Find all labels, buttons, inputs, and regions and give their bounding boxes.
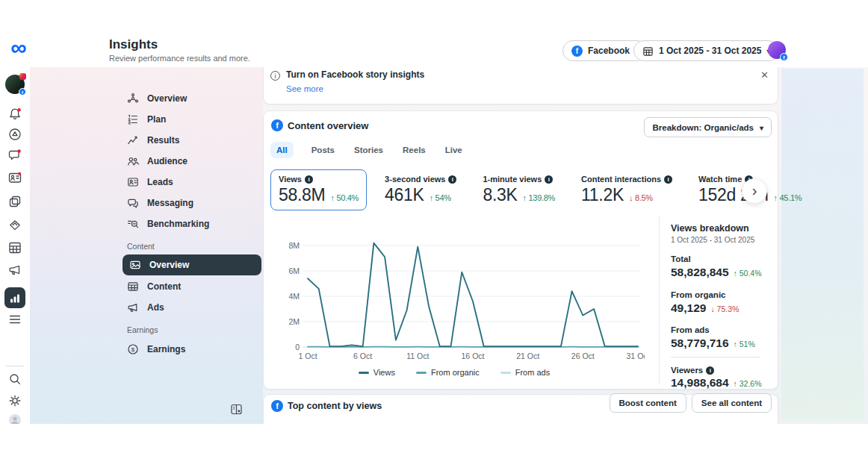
notifications-bell-icon[interactable] <box>7 107 22 125</box>
svg-text:6 Oct: 6 Oct <box>353 351 372 360</box>
section-title: Top content by views <box>288 401 382 411</box>
metric-value: 58.8M <box>279 185 325 205</box>
sidebar-item-leads[interactable]: Leads <box>127 174 173 190</box>
sidebar-item-content-overview-selected[interactable]: Overview <box>123 254 261 275</box>
sidebar-item-results[interactable]: Results <box>127 132 179 149</box>
svg-text:11 Oct: 11 Oct <box>406 351 429 360</box>
rail-divider <box>6 366 24 366</box>
story-insights-banner: Turn on Facebook story insights See more <box>263 67 778 104</box>
svg-text:4M: 4M <box>288 292 300 301</box>
viewers-label: Viewers <box>671 366 714 375</box>
facebook-icon <box>271 119 283 131</box>
close-icon[interactable] <box>760 69 769 81</box>
platform-selector-label: Facebook <box>588 46 630 56</box>
leads-card-icon[interactable] <box>7 170 22 188</box>
top-content-actions: Boost content See all content <box>610 393 772 413</box>
content-type-tabs: All Posts Stories Reels Live <box>270 142 464 158</box>
metric-card-3-second-views[interactable]: 3-second views 461K↑ 54% <box>376 169 465 210</box>
account-icon[interactable] <box>7 413 22 424</box>
tab-reels[interactable]: Reels <box>401 142 427 158</box>
sidebar-item-audience[interactable]: Audience <box>127 153 187 169</box>
inbox-chat-icon[interactable] <box>7 148 22 166</box>
settings-gear-icon[interactable] <box>7 393 22 411</box>
svg-text:2M: 2M <box>288 317 300 326</box>
viewers-change: ↑ 32.6% <box>734 379 762 388</box>
sidebar-section-content: Content <box>127 242 155 251</box>
benchmarking-icon <box>127 218 139 230</box>
legend-label: From organic <box>431 368 480 377</box>
all-tools-menu-icon[interactable] <box>7 312 22 330</box>
messaging-icon <box>127 197 139 209</box>
sidebar-item-overview[interactable]: Overview <box>127 90 187 107</box>
views-line-chart[interactable]: 02M4M6M8M1 Oct6 Oct11 Oct16 Oct21 Oct26 … <box>277 237 645 362</box>
metric-card-1-minute-views[interactable]: 1-minute views 8.3K↑ 139.8% <box>474 169 563 210</box>
breakdown-row-label: From ads <box>671 325 710 334</box>
collapse-sidebar-icon[interactable] <box>230 403 243 419</box>
tab-stories[interactable]: Stories <box>353 142 385 158</box>
svg-text:16 Oct: 16 Oct <box>462 351 485 360</box>
tab-all[interactable]: All <box>270 142 294 158</box>
insights-chart-icon-active[interactable] <box>4 287 25 308</box>
page-title: Insights <box>109 37 158 52</box>
sidebar-item-benchmarking[interactable]: Benchmarking <box>127 216 209 232</box>
boost-content-button[interactable]: Boost content <box>610 393 686 413</box>
legend-item[interactable]: From organic <box>416 368 480 377</box>
breakdown-row-value: 58,779,716↑ 51% <box>671 337 755 350</box>
breakdown-row-change: ↓ 75.3% <box>710 304 739 313</box>
earnings-dollar-icon: $ <box>127 343 139 355</box>
facebook-icon <box>271 400 283 412</box>
svg-text:31 Oct: 31 Oct <box>627 351 645 360</box>
svg-text:8M: 8M <box>288 241 300 250</box>
sidebar-item-plan[interactable]: Plan <box>127 111 166 128</box>
metric-change: ↑ 54% <box>430 193 451 202</box>
breakdown-row-value: 49,129↓ 75.3% <box>671 301 739 315</box>
tab-live[interactable]: Live <box>444 142 464 158</box>
legend-swatch <box>359 372 369 374</box>
metric-card-content-interactions[interactable]: Content interactions 11.2K↓ 8.5% <box>573 169 681 210</box>
content-stack-icon[interactable] <box>7 194 22 212</box>
planner-grid-icon[interactable] <box>7 240 22 258</box>
page-profile-avatar[interactable] <box>5 75 25 94</box>
content-overview-icon <box>129 259 141 271</box>
sidebar-item-ads[interactable]: Ads <box>127 299 164 316</box>
svg-text:0: 0 <box>295 343 300 351</box>
svg-text:6M: 6M <box>288 266 300 275</box>
see-more-link[interactable]: See more <box>286 84 323 93</box>
metric-change: ↑ 50.4% <box>330 193 359 202</box>
monetization-icon[interactable] <box>7 218 22 236</box>
leads-icon <box>127 176 139 188</box>
legend-item[interactable]: From ads <box>500 368 550 377</box>
boost-circle-icon[interactable] <box>7 127 22 145</box>
banner-title: Turn on Facebook story insights <box>286 69 424 80</box>
metric-change: ↓ 8.5% <box>629 193 653 202</box>
user-avatar[interactable] <box>768 41 786 59</box>
breakdown-row-change: ↑ 51% <box>734 340 755 349</box>
see-all-content-button[interactable]: See all content <box>692 393 772 413</box>
top-content-card: Top content by views Boost content See a… <box>263 394 778 424</box>
search-icon[interactable] <box>7 372 22 390</box>
breakdown-row-value: 58,828,845↑ 50.4% <box>671 266 762 279</box>
section-title: Content overview <box>288 120 368 131</box>
ads-megaphone-icon[interactable] <box>7 263 22 281</box>
info-icon[interactable] <box>545 175 553 184</box>
tab-posts[interactable]: Posts <box>310 142 336 158</box>
metric-card-views[interactable]: Views 58.8M↑ 50.4% <box>270 169 367 210</box>
svg-text:1 Oct: 1 Oct <box>298 351 317 360</box>
date-range-selector[interactable]: 1 Oct 2025 - 31 Oct 2025 <box>633 40 779 61</box>
legend-item[interactable]: Views <box>359 368 395 377</box>
sidebar-item-earnings[interactable]: $Earnings <box>127 341 185 357</box>
panel-title: Views breakdown <box>671 223 749 234</box>
info-icon[interactable] <box>305 175 313 184</box>
sidebar-section-earnings: Earnings <box>127 325 158 334</box>
panel-date-range: 1 Oct 2025 - 31 Oct 2025 <box>671 236 754 244</box>
sidebar-item-messaging[interactable]: Messaging <box>127 195 193 211</box>
meta-logo-icon[interactable] <box>6 34 31 61</box>
sidebar-item-content[interactable]: Content <box>127 278 181 295</box>
ads-megaphone-icon <box>127 301 139 313</box>
info-icon[interactable] <box>448 175 456 184</box>
legend-swatch <box>416 372 427 374</box>
breakdown-row-label: From organic <box>671 290 725 299</box>
svg-text:26 Oct: 26 Oct <box>571 351 595 360</box>
info-icon[interactable] <box>706 366 714 375</box>
metric-change: ↑ 45.1% <box>774 193 802 202</box>
